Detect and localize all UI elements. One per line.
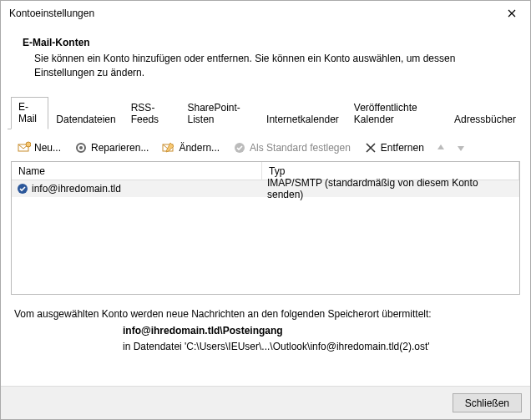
remove-button[interactable]: Entfernen	[361, 139, 427, 156]
mail-new-icon	[18, 141, 31, 154]
close-icon	[508, 9, 516, 18]
move-down-button[interactable]	[454, 143, 468, 153]
cell-text: IMAP/SMTP (standardmäßig von diesem Kont…	[267, 177, 514, 200]
cell-type: IMAP/SMTP (standardmäßig von diesem Kont…	[262, 177, 519, 200]
tab-label: RSS-Feeds	[131, 102, 159, 125]
tab-label: Veröffentlichte Kalender	[354, 102, 417, 125]
toolbar-label: Ändern...	[179, 142, 220, 154]
window-title: Kontoeinstellungen	[9, 8, 493, 19]
col-header-name[interactable]: Name	[12, 162, 262, 180]
toolbar: Neu... Reparieren... Ändern... Als Stand…	[11, 138, 520, 161]
tab-panel-email: Neu... Reparieren... Ändern... Als Stand…	[8, 129, 523, 355]
tab-sharepoint[interactable]: SharePoint-Listen	[180, 98, 260, 129]
col-header-label: Name	[18, 165, 45, 177]
change-button[interactable]: Ändern...	[159, 139, 223, 156]
account-settings-window: Kontoeinstellungen E-Mail-Konten Sie kön…	[0, 0, 531, 420]
tab-label: E-Mail	[18, 101, 37, 124]
mail-edit-icon	[162, 141, 175, 154]
tab-label: SharePoint-Listen	[188, 102, 240, 125]
table-row[interactable]: info@ihredomain.tld IMAP/SMTP (standardm…	[12, 180, 519, 197]
cell-name: info@ihredomain.tld	[12, 183, 262, 195]
toolbar-label: Als Standard festlegen	[250, 142, 351, 154]
tab-label: Adressbücher	[454, 114, 516, 125]
new-button[interactable]: Neu...	[14, 139, 64, 156]
window-close-button[interactable]	[493, 1, 530, 26]
tab-email[interactable]: E-Mail	[11, 97, 48, 129]
tab-datafiles[interactable]: Datendateien	[48, 109, 123, 129]
arrow-down-icon	[456, 143, 466, 153]
close-button[interactable]: Schließen	[453, 393, 522, 412]
delivery-text: Vom ausgewählten Konto werden neue Nachr…	[14, 306, 517, 322]
tab-label: Internetkalender	[266, 114, 339, 125]
button-label: Schließen	[465, 397, 509, 409]
header-heading: E-Mail-Konten	[23, 36, 508, 50]
tab-publishedcal[interactable]: Veröffentlichte Kalender	[346, 98, 447, 129]
tab-addressbooks[interactable]: Adressbücher	[447, 109, 523, 129]
delivery-file: in Datendatei 'C:\Users\IEUser\...\Outlo…	[14, 339, 517, 355]
remove-x-icon	[364, 141, 377, 154]
tab-rss[interactable]: RSS-Feeds	[124, 98, 180, 129]
move-up-button[interactable]	[434, 143, 448, 153]
toolbar-label: Neu...	[34, 142, 61, 154]
tab-label: Datendateien	[56, 114, 115, 125]
default-account-icon	[17, 183, 28, 195]
cell-text: info@ihredomain.tld	[32, 183, 121, 195]
header-block: E-Mail-Konten Sie können ein Konto hinzu…	[1, 26, 530, 86]
repair-button[interactable]: Reparieren...	[71, 139, 152, 156]
svg-point-1	[26, 142, 31, 147]
gear-icon	[74, 141, 88, 154]
toolbar-label: Entfernen	[381, 142, 424, 154]
tabs: E-Mail Datendateien RSS-Feeds SharePoint…	[8, 96, 523, 129]
titlebar: Kontoeinstellungen	[1, 1, 530, 26]
col-header-label: Typ	[269, 165, 285, 177]
svg-point-3	[79, 146, 83, 149]
set-default-button[interactable]: Als Standard festlegen	[230, 139, 354, 156]
header-subtext: Sie können ein Konto hinzufügen oder ent…	[23, 50, 508, 80]
accounts-grid: Name Typ info@ihredomain.tld IMAP/SMTP (…	[11, 161, 520, 295]
toolbar-label: Reparieren...	[91, 142, 149, 154]
arrow-up-icon	[436, 143, 446, 153]
tab-internetcal[interactable]: Internetkalender	[259, 109, 346, 129]
delivery-block: Vom ausgewählten Konto werden neue Nachr…	[11, 295, 520, 355]
delivery-location: info@ihredomain.tld\Posteingang	[14, 323, 517, 339]
dialog-footer: Schließen	[1, 386, 530, 419]
check-circle-icon	[233, 141, 246, 154]
